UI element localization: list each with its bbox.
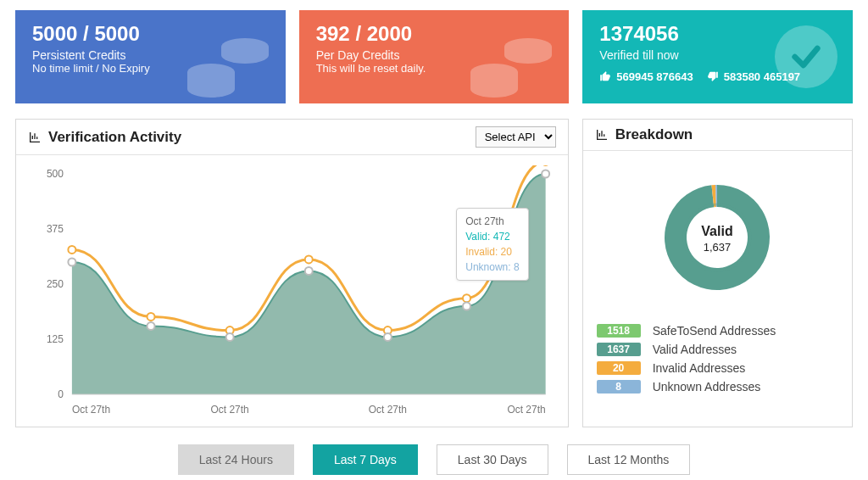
breakdown-legend: 1518 SafeToSend Addresses 1637 Valid Add… [597, 324, 838, 393]
bar-chart-icon [595, 128, 609, 142]
svg-text:375: 375 [47, 223, 64, 235]
svg-point-10 [504, 47, 552, 64]
breakdown-donut: Valid1,637 [597, 161, 838, 312]
svg-text:Oct 27th: Oct 27th [369, 404, 407, 416]
svg-point-2 [221, 47, 269, 64]
svg-point-7 [187, 81, 235, 98]
thumbs-up-icon [599, 70, 611, 82]
svg-point-30 [226, 333, 234, 341]
breakdown-panel: Breakdown Valid1,637 1518 SafeToSend Add… [582, 119, 853, 427]
svg-point-36 [463, 303, 470, 310]
svg-text:500: 500 [47, 168, 64, 180]
svg-point-28 [147, 322, 155, 330]
range-30d-button[interactable]: Last 30 Days [437, 444, 548, 475]
svg-text:Oct 27th: Oct 27th [211, 404, 249, 416]
range-7d-button[interactable]: Last 7 Days [313, 444, 418, 475]
legend-safe: 1518 SafeToSend Addresses [597, 324, 838, 338]
svg-point-35 [463, 294, 470, 302]
thumbs-down-icon [707, 70, 719, 82]
svg-point-32 [305, 267, 313, 275]
svg-text:1,637: 1,637 [704, 241, 732, 254]
coins-icon [460, 25, 562, 102]
svg-point-38 [542, 170, 549, 178]
svg-point-26 [68, 259, 75, 266]
persistent-credits-card: 5000 / 5000 Persistent Credits No time l… [15, 10, 286, 103]
api-select[interactable]: Select API [476, 126, 556, 148]
svg-text:Oct 27th: Oct 27th [72, 404, 110, 416]
svg-point-15 [470, 81, 518, 98]
thumbs-up: 569945 876643 [599, 70, 693, 83]
chart-tooltip: Oct 27th Valid: 472 Invalid: 20 Unknown:… [456, 208, 528, 281]
svg-text:Valid: Valid [702, 224, 733, 238]
activity-chart: 0125250375500Oct 27thOct 27thOct 27thOct… [30, 165, 554, 420]
range-24h-button[interactable]: Last 24 Hours [178, 444, 294, 475]
svg-point-34 [384, 333, 392, 341]
legend-invalid: 20 Invalid Addresses [597, 361, 838, 375]
svg-point-25 [68, 246, 75, 254]
verified-card: 1374056 Verified till now 569945 876643 … [582, 10, 853, 103]
perday-credits-card: 392 / 2000 Per Day Credits This will be … [299, 10, 570, 103]
activity-title: Verification Activity [28, 129, 181, 146]
svg-point-27 [147, 313, 155, 321]
checkmark-icon [775, 25, 837, 88]
activity-panel: Verification Activity Select API 0125250… [15, 119, 569, 427]
top-cards: 5000 / 5000 Persistent Credits No time l… [15, 10, 853, 103]
range-buttons: Last 24 Hours Last 7 Days Last 30 Days L… [15, 444, 853, 475]
breakdown-title: Breakdown [595, 126, 693, 143]
svg-text:250: 250 [47, 278, 64, 290]
svg-point-31 [305, 255, 313, 263]
svg-text:125: 125 [47, 333, 64, 345]
main-row: Verification Activity Select API 0125250… [15, 119, 853, 427]
svg-text:Oct 27th: Oct 27th [507, 404, 545, 416]
range-12m-button[interactable]: Last 12 Months [567, 444, 691, 475]
coins-icon [177, 25, 279, 102]
legend-unknown: 8 Unknown Addresses [597, 380, 838, 393]
svg-text:0: 0 [58, 388, 64, 400]
bar-chart-icon [28, 131, 42, 144]
legend-valid: 1637 Valid Addresses [597, 343, 838, 356]
